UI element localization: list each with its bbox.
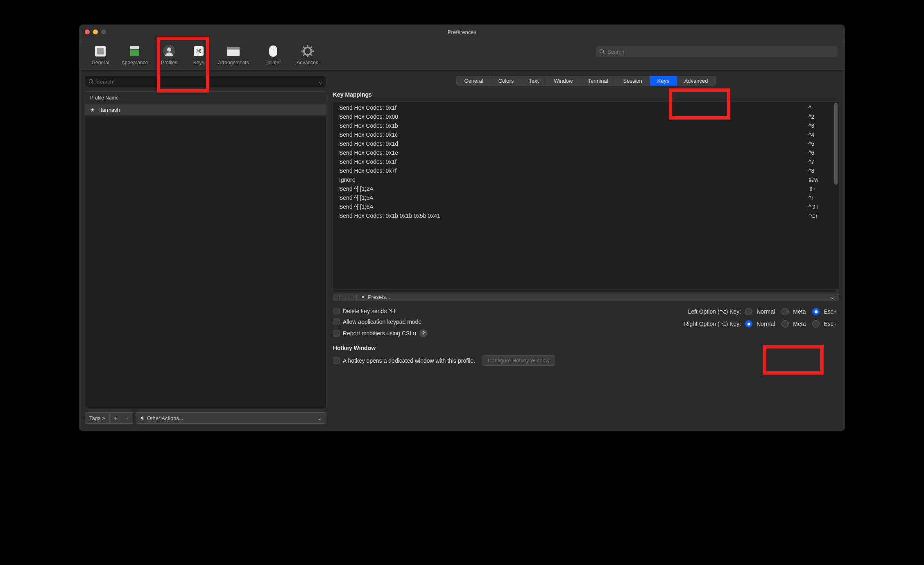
svg-point-5 [167, 47, 171, 52]
advanced-gear-icon [301, 45, 315, 57]
chevron-down-icon[interactable]: ⌄ [318, 79, 323, 85]
svg-rect-9 [227, 47, 240, 50]
tab-advanced[interactable]: Advanced [677, 76, 716, 86]
right-option-meta[interactable] [781, 320, 789, 328]
checkbox-delete-sends-h[interactable]: Delete key sends ^H [333, 308, 428, 314]
mapping-row[interactable]: Send Hex Codes: 0x1d^5 [333, 139, 839, 148]
toolbar-label: Keys [193, 60, 204, 66]
remove-profile-button[interactable]: − [121, 412, 133, 424]
toolbar-search-input[interactable] [607, 49, 834, 55]
right-option-label: Right Option (⌥) Key: [684, 321, 741, 327]
mapping-action: Send Hex Codes: 0x1f [339, 158, 808, 165]
toolbar-item-keys[interactable]: ⌘ Keys [186, 43, 211, 66]
scrollbar[interactable] [834, 103, 838, 185]
gear-icon: ✷ [361, 294, 365, 300]
mapping-row[interactable]: Send Hex Codes: 0x1b^3 [333, 121, 839, 130]
svg-point-23 [89, 79, 92, 83]
tab-text[interactable]: Text [521, 76, 546, 86]
mapping-action: Send Hex Codes: 0x1c [339, 131, 808, 138]
tab-session[interactable]: Session [616, 76, 650, 86]
mapping-row[interactable]: Ignore⌘w [333, 175, 839, 184]
tab-keys[interactable]: Keys [650, 76, 677, 86]
toolbar-item-advanced[interactable]: Advanced [290, 43, 325, 66]
mapping-action: Send Hex Codes: 0x1d [339, 140, 808, 147]
checkbox-hotkey-window[interactable]: A hotkey opens a dedicated window with t… [333, 357, 475, 364]
sidebar-search-input[interactable] [96, 79, 316, 85]
svg-text:⌘: ⌘ [196, 48, 202, 54]
gear-icon: ✷ [140, 415, 145, 421]
right-option-esc[interactable] [812, 320, 820, 328]
left-option-meta[interactable] [781, 308, 789, 315]
right-option-normal[interactable] [745, 320, 752, 328]
toolbar-label: Pointer [265, 60, 281, 66]
mapping-row[interactable]: Send Hex Codes: 0x1e^6 [333, 148, 839, 157]
svg-rect-2 [130, 46, 139, 49]
mapping-action: Ignore [339, 176, 808, 183]
toolbar-item-appearance[interactable]: Appearance [118, 43, 152, 66]
tab-window[interactable]: Window [546, 76, 580, 86]
profile-list-header: Profile Name [85, 92, 326, 104]
mapping-row[interactable]: Send ^[ [1;6A^⇧↑ [333, 202, 839, 211]
mapping-shortcut: ⌘w [808, 176, 833, 183]
mapping-row[interactable]: Send ^[ [1;5A^↑ [333, 193, 839, 202]
add-mapping-button[interactable]: + [333, 294, 345, 301]
other-actions-dropdown[interactable]: ✷ Other Actions... ⌄ [136, 412, 326, 424]
body: ⌄ Profile Name ★ Harmash Tags > + − ✷ Ot… [79, 71, 845, 431]
profile-tabs: GeneralColorsTextWindowTerminalSessionKe… [333, 76, 839, 86]
mapping-shortcut: ^⇧↑ [808, 203, 833, 210]
mapping-action: Send Hex Codes: 0x1b 0x1b 0x5b 0x41 [339, 212, 808, 219]
tags-button[interactable]: Tags > [85, 412, 110, 424]
general-icon [93, 45, 107, 57]
zoom-button[interactable] [101, 29, 106, 34]
key-mappings-table[interactable]: Send Hex Codes: 0x1f^-Send Hex Codes: 0x… [333, 101, 839, 289]
mapping-row[interactable]: Send Hex Codes: 0x1f^7 [333, 157, 839, 166]
checkbox-csi-u[interactable]: Report modifiers using CSI u ? [333, 329, 428, 337]
checkbox-app-keypad[interactable]: Allow application keypad mode [333, 319, 428, 325]
mapping-row[interactable]: Send Hex Codes: 0x00^2 [333, 112, 839, 121]
add-profile-button[interactable]: + [110, 412, 122, 424]
preferences-window: Preferences General Appearance Profiles … [79, 25, 845, 431]
help-icon[interactable]: ? [419, 329, 428, 337]
toolbar-item-general[interactable]: General [83, 43, 118, 66]
mapping-action: Send Hex Codes: 0x00 [339, 113, 808, 120]
sidebar-search[interactable]: ⌄ [85, 76, 326, 87]
option-key-settings: Left Option (⌥) Key: Normal Meta Esc+ Ri… [684, 308, 839, 337]
mapping-shortcut: ⌥↑ [808, 212, 833, 219]
profile-list-empty [85, 115, 326, 408]
svg-point-21 [600, 50, 604, 53]
mapping-row[interactable]: Send Hex Codes: 0x1f^- [333, 103, 839, 112]
tab-terminal[interactable]: Terminal [580, 76, 616, 86]
tab-colors[interactable]: Colors [491, 76, 522, 86]
close-button[interactable] [85, 29, 90, 34]
window-controls [85, 29, 106, 34]
left-option-normal[interactable] [745, 308, 752, 315]
mapping-action: Send Hex Codes: 0x1b [339, 122, 808, 129]
mapping-row[interactable]: Send Hex Codes: 0x1b 0x1b 0x5b 0x41⌥↑ [333, 211, 839, 220]
star-icon: ★ [90, 107, 95, 113]
toolbar-item-arrangements[interactable]: Arrangements [211, 43, 256, 66]
profiles-icon [162, 45, 176, 57]
appearance-icon [128, 45, 142, 57]
arrangements-icon [226, 45, 240, 57]
mapping-row[interactable]: Send Hex Codes: 0x7f^8 [333, 166, 839, 175]
svg-rect-1 [97, 48, 104, 54]
toolbar-item-profiles[interactable]: Profiles [152, 43, 186, 66]
left-option-esc[interactable] [812, 308, 820, 315]
profile-row[interactable]: ★ Harmash [85, 104, 326, 115]
mapping-shortcut: ^4 [808, 131, 833, 138]
toolbar-search[interactable] [596, 46, 838, 57]
mapping-action: Send Hex Codes: 0x1f [339, 104, 808, 111]
tab-general[interactable]: General [456, 76, 491, 86]
toolbar-label: Profiles [161, 60, 177, 66]
mapping-row[interactable]: Send Hex Codes: 0x1c^4 [333, 130, 839, 139]
toolbar-item-pointer[interactable]: Pointer [256, 43, 290, 66]
remove-mapping-button[interactable]: − [345, 294, 357, 301]
svg-point-12 [304, 47, 311, 55]
mapping-shortcut: ^3 [808, 122, 833, 129]
minimize-button[interactable] [93, 29, 98, 34]
key-mappings-title: Key Mappings [333, 91, 839, 98]
chevron-down-icon: ⌄ [830, 294, 835, 300]
svg-line-19 [303, 54, 305, 56]
presets-dropdown[interactable]: ✷ Presets... ⌄ [357, 294, 839, 301]
mapping-row[interactable]: Send ^[ [1;2A⇧↑ [333, 184, 839, 193]
